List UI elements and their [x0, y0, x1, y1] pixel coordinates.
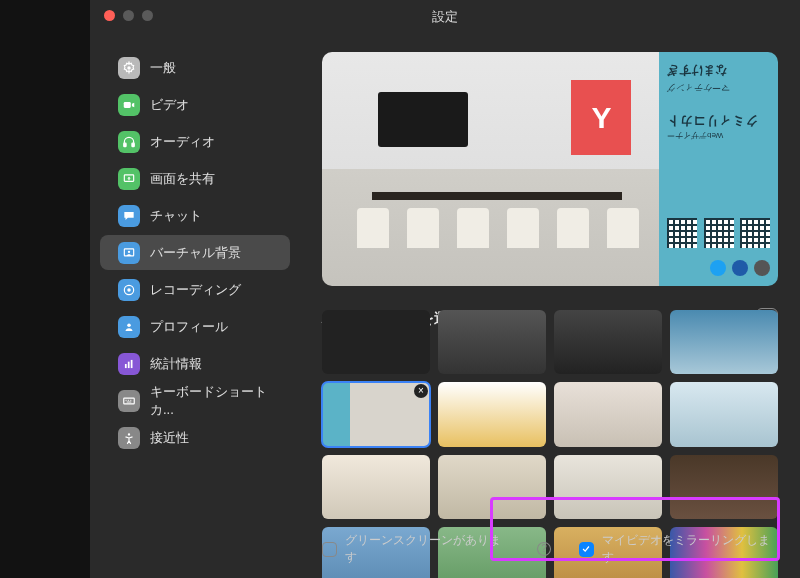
twitter-icon	[710, 260, 726, 276]
sidebar-item-accessibility[interactable]: 接近性	[100, 420, 290, 455]
settings-window: 設定 一般 ビデオ オーディオ 画面を共有	[90, 0, 800, 578]
svg-rect-12	[131, 359, 133, 367]
green-screen-label: グリーンスクリーンがあります	[345, 532, 510, 566]
headphones-icon	[118, 131, 140, 153]
sidebar-item-label: 一般	[150, 59, 176, 77]
bg-thumb[interactable]	[670, 455, 778, 519]
bg-thumb-none[interactable]: なし	[322, 310, 430, 374]
svg-rect-16	[130, 399, 131, 400]
preview-poster: Y	[571, 80, 631, 155]
banner-socials	[710, 260, 770, 276]
banner-role: Webデザイナー	[667, 130, 770, 141]
window-title: 設定	[432, 8, 458, 26]
svg-point-9	[127, 323, 131, 327]
bg-thumb-selected[interactable]	[322, 382, 430, 446]
video-preview: Y なまけすぎ マーケティング クミィリコカト Webデザイナー	[322, 52, 778, 286]
preview-chair	[557, 208, 589, 248]
accessibility-icon	[118, 427, 140, 449]
bg-thumb[interactable]	[438, 382, 546, 446]
bg-thumb[interactable]	[554, 382, 662, 446]
preview-chair	[457, 208, 489, 248]
settings-sidebar: 一般 ビデオ オーディオ 画面を共有 チャット	[90, 34, 300, 457]
preview-table	[372, 192, 622, 200]
backdrop-icon	[118, 242, 140, 264]
bg-thumb[interactable]	[554, 310, 662, 374]
sidebar-item-chat[interactable]: チャット	[100, 198, 290, 233]
checkbox-box	[579, 542, 594, 557]
sidebar-item-label: バーチャル背景	[150, 244, 241, 262]
chat-icon	[118, 205, 140, 227]
record-icon	[118, 279, 140, 301]
sidebar-item-statistics[interactable]: 統計情報	[100, 346, 290, 381]
banner-name: クミィリコカト	[667, 112, 770, 130]
sidebar-item-general[interactable]: 一般	[100, 50, 290, 85]
preview-chair	[407, 208, 439, 248]
minimize-window-button[interactable]	[123, 10, 134, 21]
sidebar-item-video[interactable]: ビデオ	[100, 87, 290, 122]
banner-sub: マーケティング	[667, 81, 770, 94]
profile-icon	[118, 316, 140, 338]
qr-code-icon	[704, 218, 734, 248]
sidebar-item-profile[interactable]: プロフィール	[100, 309, 290, 344]
video-icon	[118, 94, 140, 116]
preview-tv	[378, 92, 468, 147]
link-icon	[754, 260, 770, 276]
green-screen-help-button[interactable]: ?	[537, 542, 551, 556]
bg-thumb[interactable]	[670, 382, 778, 446]
sidebar-item-label: ビデオ	[150, 96, 189, 114]
sidebar-item-label: オーディオ	[150, 133, 215, 151]
svg-rect-13	[124, 398, 135, 404]
close-window-button[interactable]	[104, 10, 115, 21]
mirror-video-checkbox[interactable]: マイビデオをミラーリングします	[579, 532, 778, 566]
sidebar-item-audio[interactable]: オーディオ	[100, 124, 290, 159]
app-left-gutter	[0, 0, 90, 578]
sidebar-item-label: レコーディング	[150, 281, 241, 299]
preview-banner: なまけすぎ マーケティング クミィリコカト Webデザイナー	[659, 52, 778, 286]
svg-rect-14	[126, 399, 127, 400]
svg-rect-15	[128, 399, 129, 400]
sidebar-item-label: キーボードショートカ...	[150, 383, 272, 419]
bottom-options: グリーンスクリーンがあります ? マイビデオをミラーリングします	[322, 532, 778, 566]
facebook-icon	[732, 260, 748, 276]
bg-thumb[interactable]	[670, 310, 778, 374]
stats-icon	[118, 353, 140, 375]
sidebar-item-label: 接近性	[150, 429, 189, 447]
sidebar-item-keyboard-shortcuts[interactable]: キーボードショートカ...	[100, 383, 290, 418]
qr-code-icon	[667, 218, 697, 248]
sidebar-item-label: 統計情報	[150, 355, 202, 373]
sidebar-item-virtual-background[interactable]: バーチャル背景	[100, 235, 290, 270]
svg-rect-17	[127, 401, 132, 402]
zoom-window-button[interactable]	[142, 10, 153, 21]
share-screen-icon	[118, 168, 140, 190]
bg-thumb[interactable]	[438, 310, 546, 374]
sidebar-item-share-screen[interactable]: 画面を共有	[100, 161, 290, 196]
bg-thumb[interactable]	[438, 455, 546, 519]
sidebar-item-recording[interactable]: レコーディング	[100, 272, 290, 307]
svg-rect-1	[124, 102, 131, 108]
svg-point-18	[128, 433, 130, 435]
settings-main: Y なまけすぎ マーケティング クミィリコカト Webデザイナー	[300, 34, 800, 578]
banner-qr-row	[667, 218, 770, 248]
qr-code-icon	[740, 218, 770, 248]
green-screen-checkbox[interactable]: グリーンスクリーンがあります	[322, 532, 509, 566]
bg-thumb[interactable]	[322, 455, 430, 519]
window-controls	[104, 10, 153, 21]
banner-heading: なまけすぎ	[667, 62, 770, 79]
preview-chair	[357, 208, 389, 248]
preview-room-scene: Y	[322, 52, 659, 286]
keyboard-icon	[118, 390, 140, 412]
svg-point-8	[127, 288, 131, 292]
svg-rect-3	[132, 143, 134, 147]
gear-icon	[118, 57, 140, 79]
svg-point-0	[127, 66, 131, 70]
mirror-video-label: マイビデオをミラーリングします	[602, 532, 778, 566]
preview-chair	[507, 208, 539, 248]
sidebar-item-label: 画面を共有	[150, 170, 215, 188]
bg-thumb[interactable]	[554, 455, 662, 519]
svg-point-6	[128, 250, 130, 252]
titlebar: 設定	[90, 0, 800, 34]
checkbox-box	[322, 542, 337, 557]
svg-rect-2	[124, 143, 126, 147]
preview-chair	[607, 208, 639, 248]
svg-rect-10	[125, 364, 127, 368]
